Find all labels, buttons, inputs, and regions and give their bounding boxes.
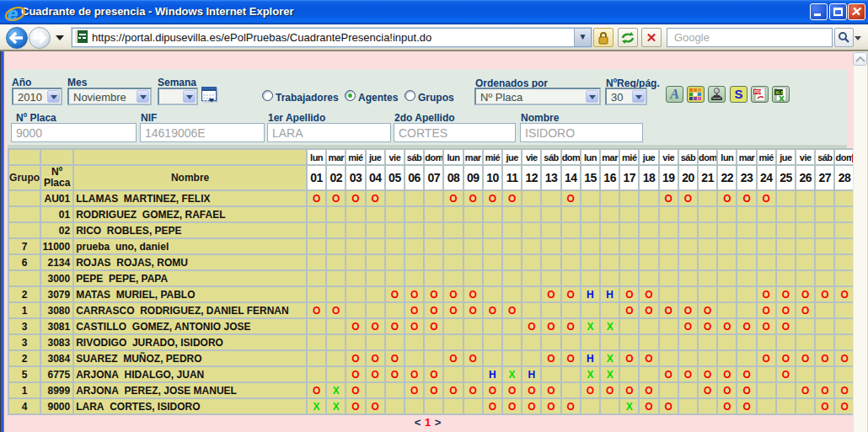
svg-text:PDF: PDF [754,89,763,94]
svg-text:XLS: XLS [775,90,784,95]
svg-text:e: e [8,3,18,24]
